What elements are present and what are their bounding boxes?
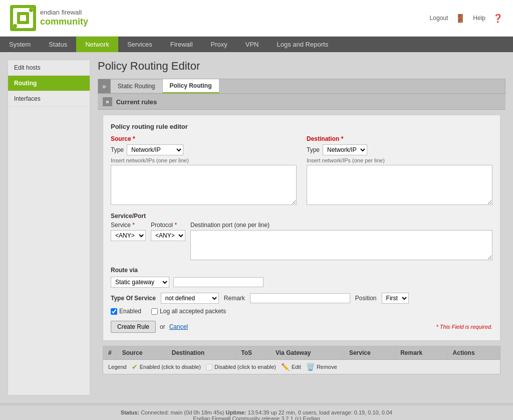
- tos-select[interactable]: not defined Normal Low delay High throug…: [161, 293, 219, 304]
- nav-status[interactable]: Status: [40, 37, 76, 52]
- footer-text: Endian Firewall Community release 3.2.1 …: [4, 415, 509, 420]
- log-label: Log all accepted packets: [160, 308, 226, 315]
- remark-input[interactable]: [250, 293, 350, 303]
- service-select[interactable]: <ANY> HTTP HTTPS: [111, 230, 146, 241]
- service-row: Service * <ANY> HTTP HTTPS Protocol * <A…: [111, 222, 492, 262]
- main-layout: Edit hosts Routing Interfaces Policy Rou…: [0, 52, 513, 403]
- tab-policy-routing[interactable]: Policy Routing: [163, 79, 219, 93]
- protocol-select[interactable]: <ANY> TCP UDP ICMP: [151, 230, 185, 241]
- legend-remove-label: Remove: [317, 364, 337, 370]
- help-link[interactable]: Help: [473, 15, 485, 22]
- legend-edit: ✏️ Edit: [281, 363, 301, 371]
- legend-label: Legend: [108, 364, 127, 370]
- route-via-section: Route via Static gateway Default gateway…: [111, 267, 492, 288]
- tabs-bar: » Static Routing Policy Routing: [98, 79, 505, 94]
- legend-edit-label: Edit: [292, 364, 301, 370]
- rules-table-section: # Source Destination ToS Via Gateway Ser…: [103, 346, 500, 374]
- nav-services[interactable]: Services: [118, 37, 161, 52]
- rules-table: # Source Destination ToS Via Gateway Ser…: [103, 346, 500, 360]
- logo-icon: [10, 5, 36, 31]
- route-via-select[interactable]: Static gateway Default gateway Interface: [111, 277, 169, 288]
- destination-label: Destination *: [307, 135, 492, 142]
- create-rule-button[interactable]: Create Rule: [111, 321, 156, 333]
- col-number: #: [103, 346, 117, 360]
- col-destination: Destination: [166, 346, 236, 360]
- uptime-text: 13:54:39 up 22 min, 0 users, load averag…: [248, 409, 393, 415]
- tos-label: Type Of Service: [111, 295, 156, 302]
- svg-point-4: [13, 24, 17, 28]
- remark-label: Remark: [224, 295, 245, 302]
- sidebar-item-edit-hosts[interactable]: Edit hosts: [8, 60, 90, 76]
- source-textarea[interactable]: [111, 165, 297, 205]
- destination-type-select[interactable]: Network/IP: [323, 144, 367, 155]
- svg-point-5: [29, 8, 33, 12]
- section-arrow[interactable]: »: [103, 97, 112, 106]
- destination-hint: Insert network/IPs (one per line): [307, 157, 492, 163]
- nav-logs[interactable]: Logs and Reports: [268, 37, 338, 52]
- help-icon: ❓: [493, 14, 503, 23]
- sidebar-item-interfaces[interactable]: Interfaces: [8, 91, 90, 107]
- col-remark: Remark: [395, 346, 447, 360]
- col-tos: ToS: [236, 346, 271, 360]
- checkbox-row: Enabled Log all accepted packets: [111, 308, 492, 315]
- logout-link[interactable]: Logout: [430, 15, 448, 22]
- status-bar: Status: Connected: main (0d 0h 18m 45s) …: [0, 405, 513, 420]
- sidebar: Edit hosts Routing Interfaces: [8, 60, 90, 395]
- content-area: Policy Routing Editor » Static Routing P…: [98, 60, 505, 395]
- rule-editor: Policy routing rule editor Source * Type…: [103, 115, 500, 341]
- cancel-link[interactable]: Cancel: [169, 323, 188, 330]
- header: endian firewall community Logout 🚪 Help …: [0, 0, 513, 37]
- legend-enabled: ✔ Enabled (click to disable): [132, 363, 201, 371]
- required-note: * This Field is required.: [436, 324, 493, 330]
- source-type-label: Type: [111, 146, 124, 153]
- current-rules-label: Current rules: [116, 98, 157, 106]
- nav-vpn[interactable]: VPN: [236, 37, 268, 52]
- dest-port-col: Destination port (one per line): [190, 222, 492, 262]
- destination-col: Destination * Type Network/IP Insert net…: [307, 135, 492, 206]
- legend-remove: 🗑️ Remove: [306, 363, 337, 371]
- legend-disabled-checkbox: [206, 364, 212, 370]
- nav-firewall[interactable]: Firewall: [161, 37, 202, 52]
- tos-row: Type Of Service not defined Normal Low d…: [111, 293, 492, 304]
- enabled-check-item: Enabled: [111, 308, 141, 315]
- status-text: Connected: main (0d 0h 18m 45s): [141, 409, 224, 415]
- nav-system[interactable]: System: [0, 37, 40, 52]
- logo-text: endian firewall community: [40, 9, 88, 27]
- legend-disabled: Disabled (click to enable): [206, 364, 276, 370]
- enabled-checkbox[interactable]: [111, 308, 117, 315]
- tabs-arrow[interactable]: »: [98, 79, 111, 93]
- tab-static-routing[interactable]: Static Routing: [111, 80, 163, 93]
- action-row: Create Rule or Cancel * This Field is re…: [111, 321, 492, 333]
- source-col: Source * Type Network/IP MAC Address Ope…: [111, 135, 297, 206]
- source-type-select[interactable]: Network/IP MAC Address OpenVPN User: [127, 144, 183, 155]
- destination-textarea[interactable]: [307, 165, 492, 205]
- log-checkbox[interactable]: [151, 308, 158, 315]
- enabled-checkmark-icon: ✔: [132, 363, 138, 371]
- status-label: Status:: [121, 409, 139, 415]
- col-via-gateway: Via Gateway: [271, 346, 344, 360]
- current-rules-header: » Current rules: [98, 94, 505, 110]
- nav-network[interactable]: Network: [76, 37, 118, 52]
- position-select[interactable]: First Last: [382, 293, 409, 304]
- nav-proxy[interactable]: Proxy: [202, 37, 236, 52]
- protocol-label: Protocol: [151, 222, 173, 229]
- position-label: Position: [355, 295, 377, 302]
- logout-icon: 🚪: [455, 14, 465, 23]
- sidebar-item-routing[interactable]: Routing: [8, 76, 90, 91]
- header-actions: Logout 🚪 Help ❓: [430, 14, 503, 23]
- legend-row: Legend ✔ Enabled (click to disable) Disa…: [103, 360, 500, 374]
- protocol-col: Protocol * <ANY> TCP UDP ICMP: [151, 222, 185, 241]
- uptime-label: Uptime:: [226, 409, 246, 415]
- rule-editor-title: Policy routing rule editor: [111, 123, 492, 130]
- log-check-item: Log all accepted packets: [151, 308, 226, 315]
- dest-port-textarea[interactable]: [190, 230, 492, 260]
- route-via-input[interactable]: [173, 277, 264, 287]
- page-title: Policy Routing Editor: [98, 60, 505, 73]
- service-port-label: Service/Port: [111, 213, 492, 220]
- enabled-label: Enabled: [119, 308, 141, 315]
- service-port-section: Service/Port Service * <ANY> HTTP HTTPS …: [111, 213, 492, 262]
- svg-rect-3: [20, 15, 26, 21]
- legend-disabled-label: Disabled (click to enable): [214, 364, 276, 370]
- source-hint: Insert network/IPs (one per line): [111, 157, 297, 163]
- route-via-label: Route via: [111, 267, 492, 274]
